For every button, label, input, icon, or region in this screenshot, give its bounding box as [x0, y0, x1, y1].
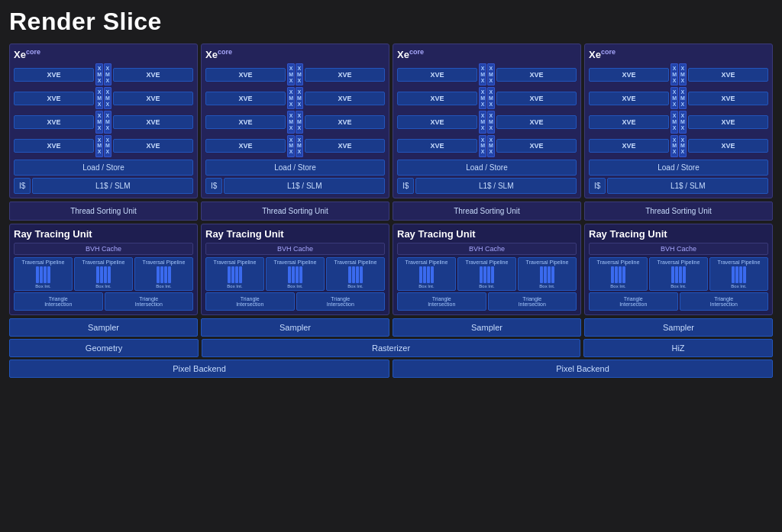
tri-cell: TriangleIntersection: [205, 292, 295, 311]
traversal-label: Traversal Pipeline: [136, 260, 192, 265]
pipe-bar: [419, 266, 422, 283]
xmx-cell: XMX: [479, 135, 486, 157]
pipe-bar: [675, 266, 678, 283]
xmx-cell: XMX: [104, 135, 111, 157]
rtu-row: Ray Tracing Unit BVH Cache Traversal Pip…: [9, 224, 773, 315]
traversal-unit: Traversal Pipeline Box Int.: [14, 257, 73, 291]
xmx-group: XMX XMX: [671, 63, 687, 85]
xve-row: XVE XMX XMX XVE: [397, 111, 577, 133]
xve-cell: XVE: [14, 115, 94, 129]
xve-cell: XVE: [205, 92, 286, 105]
pipe-bar: [360, 266, 363, 283]
traversal-label: Traversal Pipeline: [207, 260, 263, 265]
xve-row: XVE XMX XMX XVE: [14, 111, 193, 133]
traversal-label: Traversal Pipeline: [267, 260, 323, 265]
xve-cell: XVE: [688, 92, 768, 105]
xve-cell: XVE: [113, 68, 193, 82]
icache-2: I$: [205, 178, 222, 194]
bvh-cache-1: BVH Cache: [14, 243, 193, 255]
traversal-pipes: [459, 266, 515, 283]
xve-cell: XVE: [688, 139, 768, 153]
tri-row: TriangleIntersection TriangleIntersectio…: [205, 292, 385, 311]
traversal-label: Traversal Pipeline: [15, 260, 71, 265]
box-int-label: Box Int.: [76, 284, 131, 289]
xmx-cell: XMX: [479, 111, 486, 133]
pipe-bar: [44, 266, 47, 283]
pipe-bar: [47, 266, 50, 283]
box-int-label: Box Int.: [459, 284, 515, 289]
xe-core-4: Xecore XVE XMX XMX XVE XVE XMX XMX: [584, 44, 773, 198]
pipe-bar: [288, 266, 291, 283]
pipe-bar: [487, 266, 490, 283]
xmx-cell: XMX: [679, 111, 687, 133]
pipe-bar: [611, 266, 614, 283]
traversal-pipes: [328, 266, 383, 283]
pipe-bar: [36, 266, 39, 283]
pipe-bar: [671, 266, 674, 283]
xve-row: XVE XMX XMX XVE: [205, 111, 385, 133]
pipe-bar: [40, 266, 43, 283]
load-store-2: Load / Store: [205, 160, 385, 176]
xve-cell: XVE: [305, 92, 385, 105]
l1slm-3: L1$ / SLM: [415, 178, 577, 194]
pipe-bar: [540, 266, 543, 283]
xve-cell: XVE: [496, 92, 577, 105]
load-store-3: Load / Store: [397, 160, 577, 176]
xve-row: XVE XMX XMX XVE: [589, 111, 768, 133]
xmx-cell: XMX: [95, 63, 103, 85]
xve-row: XVE XMX XMX XVE: [205, 63, 385, 85]
xmx-cell: XMX: [95, 135, 103, 157]
tri-cell: TriangleIntersection: [397, 292, 486, 311]
tsu-4: Thread Sorting Unit: [584, 202, 773, 221]
load-store-1: Load / Store: [14, 160, 193, 176]
tri-cell: TriangleIntersection: [296, 292, 386, 311]
traversal-unit: Traversal Pipeline Box Int.: [589, 257, 648, 291]
xve-cell: XVE: [305, 115, 385, 129]
xve-cell: XVE: [589, 92, 669, 105]
sampler-3: Sampler: [393, 318, 581, 337]
xve-cell: XVE: [496, 68, 577, 82]
l1slm-1: L1$ / SLM: [32, 178, 193, 194]
sampler-row: Sampler Sampler Sampler Sampler: [9, 318, 773, 337]
traversal-unit: Traversal Pipeline Box Int.: [518, 257, 577, 291]
traversal-unit: Traversal Pipeline Box Int.: [266, 257, 325, 291]
xve-row: XVE XMX XMX XVE: [14, 63, 193, 85]
xmx-cell: XMX: [104, 111, 111, 133]
traversal-pipes: [399, 266, 454, 283]
box-int-label: Box Int.: [15, 284, 71, 289]
xmx-cell: XMX: [95, 111, 103, 133]
xmx-group: XMX XMX: [671, 111, 687, 133]
sampler-1: Sampler: [9, 318, 198, 337]
xve-cell: XVE: [589, 68, 669, 82]
pipe-bar: [619, 266, 622, 283]
rasterizer-cell: Rasterizer: [202, 339, 580, 357]
xve-rows-4: XVE XMX XMX XVE XVE XMX XMX XVE: [589, 63, 768, 156]
xmx-cell: XMX: [296, 87, 303, 109]
pipe-bar: [356, 266, 359, 283]
traversal-label: Traversal Pipeline: [399, 260, 454, 265]
rtu-block-3: Ray Tracing Unit BVH Cache Traversal Pip…: [393, 224, 581, 315]
xe-label-3: Xecore: [397, 48, 577, 60]
box-int-label: Box Int.: [207, 284, 263, 289]
pipe-bar: [168, 266, 171, 283]
icache-4: I$: [589, 178, 606, 194]
pipe-bar: [732, 266, 735, 283]
pipe-bar: [157, 266, 160, 283]
xve-cell: XVE: [113, 139, 193, 153]
traversal-label: Traversal Pipeline: [328, 260, 383, 265]
page-title: Render Slice: [9, 8, 773, 36]
xmx-cell: XMX: [487, 63, 495, 85]
traversal-label: Traversal Pipeline: [76, 260, 131, 265]
pipe-bar: [480, 266, 483, 283]
xve-cell: XVE: [688, 115, 768, 129]
xmx-group: XMX XMX: [287, 111, 303, 133]
pipe-bar: [483, 266, 486, 283]
xmx-cell: XMX: [671, 135, 678, 157]
pipe-bar: [548, 266, 551, 283]
traversal-unit: Traversal Pipeline Box Int.: [134, 257, 193, 291]
xmx-cell: XMX: [487, 135, 495, 157]
xmx-cell: XMX: [487, 111, 495, 133]
xve-row: XVE XMX XMX XVE: [14, 87, 193, 109]
tri-cell: TriangleIntersection: [680, 292, 769, 311]
xmx-cell: XMX: [287, 87, 295, 109]
